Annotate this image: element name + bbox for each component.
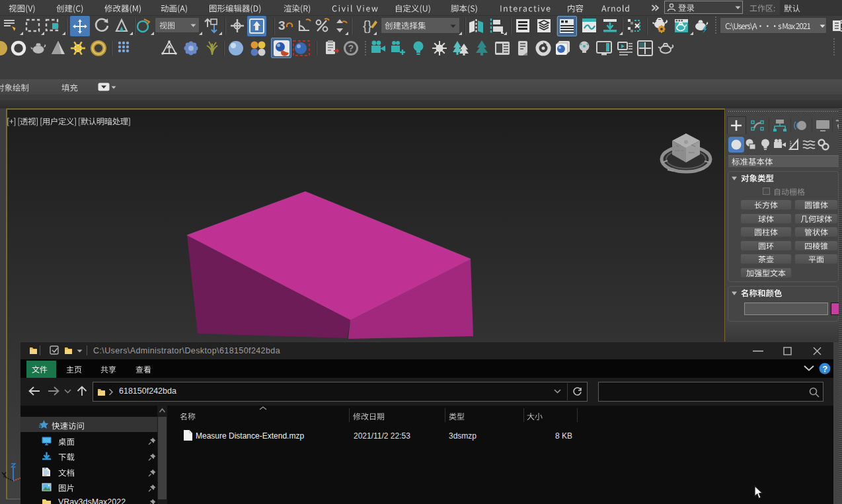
svg-text:3: 3 [278, 18, 286, 32]
svg-text:{}: {} [363, 18, 372, 33]
svg-text:?: ? [822, 364, 827, 374]
svg-text:?: ? [348, 43, 354, 54]
